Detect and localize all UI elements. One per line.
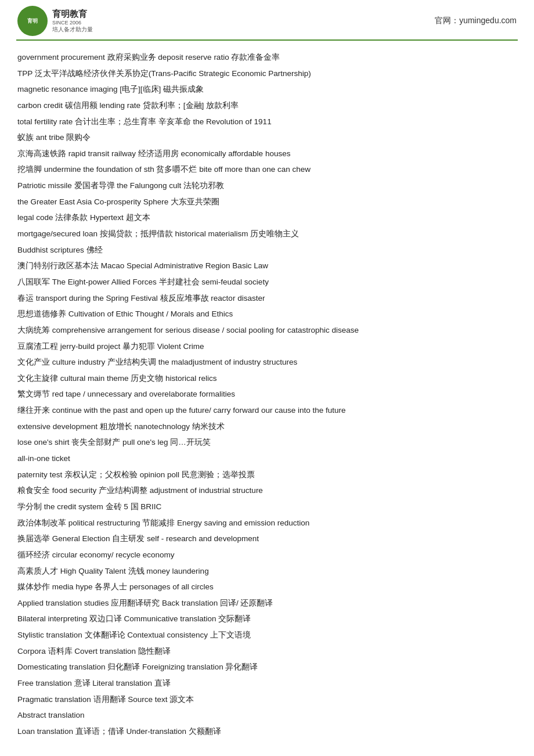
content-line: 继往开来 continue with the past and open up …: [17, 403, 517, 418]
content-line: Abstract translation: [17, 708, 517, 723]
content-line: 蚁族 ant tribe 限购令: [17, 130, 517, 145]
content-line: 高素质人才 High Quality Talent 洗钱 money laund…: [17, 564, 517, 579]
content-line: Applied translation studies 应用翻译研究 Back …: [17, 596, 517, 611]
content-line: Patriotic missile 爱国者导弹 the Falungong cu…: [17, 178, 517, 193]
content-line: 豆腐渣工程 jerry-build project 暴力犯罪 Violent C…: [17, 339, 517, 354]
main-content: government procurement 政府采购业务 deposit re…: [0, 46, 534, 752]
content-line: 思想道德修养 Cultivation of Ethic Thought / Mo…: [17, 307, 517, 322]
content-line: Corpora 语料库 Covert translation 隐性翻译: [17, 644, 517, 659]
content-line: 文化产业 culture industry 产业结构失调 the maladju…: [17, 355, 517, 370]
content-line: 挖墙脚 undermine the foundation of sth 贫多嚼不…: [17, 162, 517, 177]
content-line: all-in-one ticket: [17, 451, 517, 466]
content-line: Pragmatic translation 语用翻译 Source text 源…: [17, 692, 517, 707]
content-line: total fertility rate 合计出生率；总生育率 辛亥革命 the…: [17, 114, 517, 129]
brand-tagline: 培人备才助力量: [52, 26, 93, 34]
brand-text: 育明教育 SINCE 2006 培人备才助力量: [52, 9, 93, 34]
content-line: 京海高速铁路 rapid transit railway 经济适用房 econo…: [17, 146, 517, 161]
content-line: Buddhist scriptures 佛经: [17, 243, 517, 258]
header-divider: [16, 39, 518, 41]
content-line: extensive development 粗放增长 nanotechnolog…: [17, 419, 517, 434]
content-line: 文化主旋律 cultural main theme 历史文物 historica…: [17, 371, 517, 386]
brand-since: SINCE 2006: [52, 20, 93, 26]
page-header: 育明 育明教育 SINCE 2006 培人备才助力量 官网：yumingedu.…: [0, 0, 534, 39]
brand-name-cn: 育明教育: [52, 9, 93, 20]
content-line: 大病统筹 comprehensive arrangement for serio…: [17, 323, 517, 338]
website-label: 官网：: [435, 16, 459, 25]
content-line: 学分制 the credit system 金砖 5 国 BRIIC: [17, 499, 517, 514]
content-line: 澳门特别行政区基本法 Macao Special Administrative …: [17, 258, 517, 273]
content-line: 媒体炒作 media hype 各界人士 personages of all c…: [17, 579, 517, 595]
content-line: lose one's shirt 丧失全部财产 pull one's leg 同…: [17, 435, 517, 450]
content-line: paternity test 亲权认定；父权检验 opinion poll 民意…: [17, 467, 517, 483]
website-info: 官网：yumingedu.com: [435, 16, 517, 26]
content-line: 春运 transport during the Spring Festival …: [17, 291, 517, 306]
content-line: Loan translation 直译语；借译 Under-translatio…: [17, 724, 517, 739]
content-line: 政治体制改革 political restructuring 节能减排 Ener…: [17, 516, 517, 531]
content-line: government procurement 政府采购业务 deposit re…: [17, 50, 517, 65]
content-line: the Greater East Asia Co-prosperity Sphe…: [17, 195, 517, 210]
content-line: Bilateral interpreting 双边口译 Communicativ…: [17, 611, 517, 627]
website-url: yumingedu.com: [459, 16, 517, 25]
content-line: legal code 法律条款 Hypertext 超文本: [17, 210, 517, 225]
logo-area: 育明 育明教育 SINCE 2006 培人备才助力量: [17, 6, 93, 36]
content-line: 粮食安全 food security 产业结构调整 adjustment of …: [17, 483, 517, 498]
content-line: Free translation 意译 Literal translation …: [17, 676, 517, 691]
logo-icon: 育明: [17, 6, 48, 36]
content-line: TPP 泛太平洋战略经济伙伴关系协定(Trans-Pacific Strateg…: [17, 66, 517, 81]
content-line: Domesticating translation 归化翻译 Foreigniz…: [17, 660, 517, 675]
content-line: Stylistic translation 文体翻译论 Contextual c…: [17, 628, 517, 643]
content-line: mortgage/secured loan 按揭贷款；抵押借款 historic…: [17, 226, 517, 242]
content-line: carbon credit 碳信用额 lending rate 贷款利率；[金融…: [17, 98, 517, 113]
content-line: magnetic resonance imaging [电子][临床] 磁共振成…: [17, 82, 517, 97]
content-line: 八国联军 The Eight-power Allied Forces 半封建社会…: [17, 275, 517, 290]
content-line: 循环经济 circular economy/ recycle economy: [17, 548, 517, 563]
content-line: 繁文缛节 red tape / unnecessary and overelab…: [17, 387, 517, 402]
content-line: 换届选举 General Election 自主研发 self - resear…: [17, 531, 517, 546]
